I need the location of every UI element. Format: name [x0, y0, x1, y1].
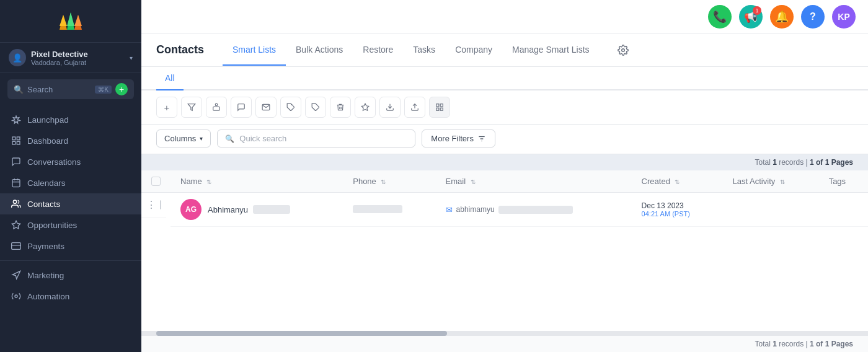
more-filters-label: More Filters — [431, 134, 474, 143]
content-area: All + — [141, 67, 868, 352]
column-tags: Tags — [819, 170, 868, 193]
sidebar-item-dashboard[interactable]: Dashboard — [0, 130, 141, 151]
sort-icon: ⇅ — [675, 178, 680, 185]
column-email[interactable]: Email ⇅ — [436, 170, 632, 193]
pages-info: 1 of 1 Pages — [810, 158, 853, 167]
search-placeholder: Quick search — [239, 134, 286, 143]
add-button[interactable]: + — [115, 83, 128, 95]
scrollbar-thumb[interactable] — [156, 331, 447, 336]
horizontal-scrollbar[interactable] — [141, 331, 868, 336]
sidebar-item-automation[interactable]: Automation — [0, 286, 141, 307]
page-title: Contacts — [156, 33, 216, 66]
sidebar: 👤 Pixel Detective Vadodara, Gujarat ▾ 🔍 … — [0, 0, 141, 352]
account-icon: 👤 — [9, 49, 26, 66]
column-phone[interactable]: Phone ⇅ — [343, 170, 435, 193]
tab-manage-smart-lists[interactable]: Manage Smart Lists — [502, 35, 600, 66]
contact-email-cell[interactable]: ✉ abhimamyu — [436, 193, 632, 227]
sidebar-item-marketing[interactable]: Marketing — [0, 265, 141, 286]
svg-marker-27 — [361, 103, 369, 110]
email-blurred — [498, 206, 573, 214]
email-button[interactable] — [255, 97, 277, 118]
pages-info-bottom: 1 of 1 Pages — [810, 340, 853, 348]
delete-button[interactable] — [330, 97, 351, 118]
column-last-activity[interactable]: Last Activity ⇅ — [723, 170, 819, 193]
row-select-cell[interactable]: ⋮ — [141, 193, 166, 218]
toolbar: + — [141, 90, 868, 125]
email-icon: ✉ — [446, 205, 453, 214]
user-avatar-button[interactable]: KP — [832, 5, 856, 29]
download-button[interactable] — [379, 97, 401, 118]
contact-phone-cell — [343, 193, 435, 227]
svg-marker-4 — [67, 12, 74, 26]
sidebar-item-calendars[interactable]: Calendars — [0, 172, 141, 193]
sidebar-item-payments[interactable]: Payments — [0, 235, 141, 257]
records-info-bottom: Total 1 records | 1 of 1 Pages — [141, 336, 868, 352]
sub-tab-all[interactable]: All — [156, 67, 184, 90]
row-checkbox[interactable] — [160, 200, 161, 209]
more-filters-button[interactable]: More Filters — [422, 130, 495, 147]
svg-point-20 — [621, 48, 624, 51]
tab-smart-lists[interactable]: Smart Lists — [223, 35, 286, 66]
contact-name-blurred — [253, 205, 290, 214]
svg-rect-6 — [12, 137, 16, 140]
tab-restore[interactable]: Restore — [353, 35, 403, 66]
sidebar-divider — [0, 260, 141, 261]
logo — [55, 10, 87, 32]
tag-add-button[interactable] — [280, 97, 301, 118]
column-name[interactable]: Name ⇅ — [170, 170, 343, 193]
tab-bulk-actions[interactable]: Bulk Actions — [286, 35, 353, 66]
grid-view-button[interactable] — [429, 97, 450, 118]
total-records: 1 — [773, 158, 777, 167]
help-button[interactable]: ? — [801, 5, 825, 29]
tab-tasks[interactable]: Tasks — [403, 35, 445, 66]
sidebar-item-label: Opportunities — [27, 221, 77, 230]
megaphone-button[interactable]: 📢 1 — [739, 5, 763, 29]
filter-icon — [477, 134, 486, 143]
upload-button[interactable] — [404, 97, 425, 118]
contact-avatar: AG — [180, 199, 202, 220]
select-all-checkbox[interactable] — [151, 177, 161, 186]
sidebar-item-opportunities[interactable]: Opportunities — [0, 214, 141, 235]
columns-button[interactable]: Columns ▾ — [156, 130, 211, 147]
contacts-table-container: Name ⇅ Phone ⇅ Email ⇅ Created — [141, 170, 868, 331]
svg-marker-5 — [74, 15, 82, 26]
filter-button[interactable] — [181, 97, 202, 118]
column-created[interactable]: Created ⇅ — [632, 170, 723, 193]
sort-icon: ⇅ — [471, 178, 476, 185]
contact-name-cell[interactable]: AG Abhimanyu — [170, 193, 343, 227]
phone-button[interactable]: 📞 — [708, 5, 732, 29]
add-contact-button[interactable]: + — [156, 97, 177, 118]
bell-button[interactable]: 🔔 — [770, 5, 794, 29]
select-all-header[interactable] — [141, 170, 170, 193]
sidebar-item-launchpad[interactable]: Launchpad — [0, 109, 141, 130]
row-actions-menu[interactable]: ⋮ — [146, 199, 156, 211]
sidebar-item-contacts[interactable]: Contacts — [0, 193, 141, 214]
sms-button[interactable] — [231, 97, 252, 118]
sidebar-search[interactable]: 🔍 Search ⌘K + — [7, 79, 134, 99]
quick-search-input[interactable]: 🔍 Quick search — [217, 130, 415, 147]
svg-rect-30 — [436, 104, 439, 107]
sidebar-item-label: Marketing — [27, 271, 64, 280]
account-location: Vadodara, Gujarat — [31, 59, 125, 66]
settings-button[interactable] — [613, 40, 634, 61]
sidebar-item-conversations[interactable]: Conversations — [0, 151, 141, 172]
contacts-table: Name ⇅ Phone ⇅ Email ⇅ Created — [141, 170, 868, 227]
table-row: ⋮ AG Abhimanyu — [141, 193, 868, 227]
user-initials: KP — [838, 12, 849, 22]
sidebar-item-label: Automation — [27, 292, 69, 301]
total-records-bottom: 1 — [773, 340, 777, 348]
tab-company[interactable]: Company — [445, 35, 502, 66]
account-switcher[interactable]: 👤 Pixel Detective Vadodara, Gujarat ▾ — [0, 43, 141, 73]
star-button[interactable] — [355, 97, 376, 118]
page-tabs: Smart Lists Bulk Actions Restore Tasks C… — [223, 35, 600, 66]
svg-rect-16 — [12, 243, 21, 250]
search-label: Search — [27, 85, 91, 94]
phone-blurred — [353, 205, 402, 213]
tag-remove-button[interactable] — [305, 97, 326, 118]
svg-rect-32 — [436, 108, 439, 110]
records-info-top: Total 1 records | 1 of 1 Pages — [141, 154, 868, 170]
svg-marker-18 — [12, 271, 20, 279]
sidebar-item-label: Payments — [27, 242, 64, 251]
automation-button[interactable] — [206, 97, 227, 118]
phone-icon: 📞 — [713, 10, 727, 24]
